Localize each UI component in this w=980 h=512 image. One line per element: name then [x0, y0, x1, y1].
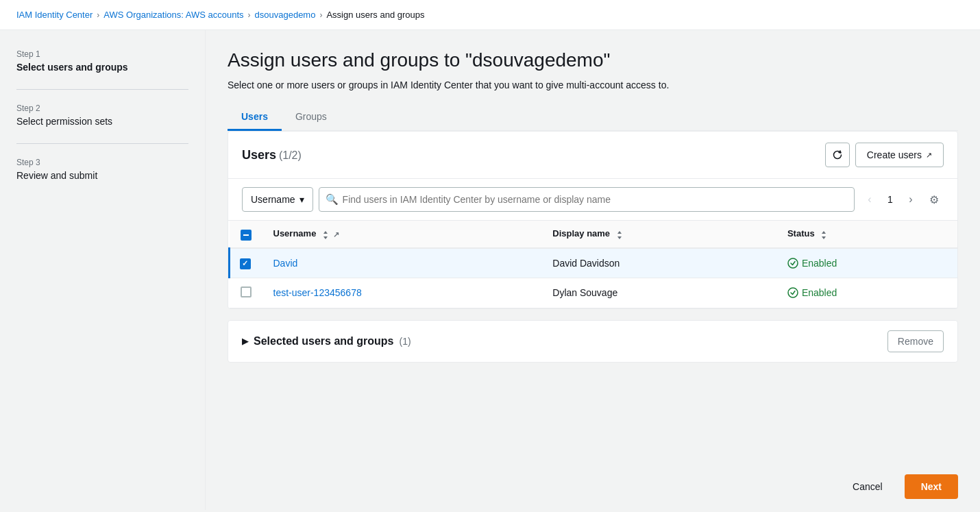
external-link-icon: ↗	[926, 151, 932, 160]
row-2-checkbox-cell	[230, 278, 262, 308]
row-2-display-name: Dylan Souvage	[541, 278, 776, 308]
breadcrumb-current: Assign users and groups	[326, 10, 424, 20]
refresh-button[interactable]	[825, 143, 850, 167]
svg-point-1	[788, 288, 798, 297]
page-title: Assign users and groups to "dsouvagedemo…	[228, 49, 958, 71]
search-wrapper: 🔍	[319, 187, 855, 212]
main-content: Assign users and groups to "dsouvagedemo…	[206, 30, 980, 463]
row-1-checkbox[interactable]	[240, 258, 251, 269]
prev-page-button[interactable]: ‹	[860, 190, 879, 209]
row-1-status: Enabled	[776, 248, 957, 278]
breadcrumb-sep-2: ›	[248, 10, 251, 20]
row-1-username-link[interactable]: David	[273, 258, 298, 269]
row-2-username: test-user-123456678	[262, 278, 542, 308]
content-area: Assign users and groups to "dsouvagedemo…	[206, 30, 980, 510]
header-username[interactable]: Username ↗	[262, 221, 542, 248]
row-2-checkbox[interactable]	[241, 287, 252, 297]
username-sort-icon	[321, 230, 332, 238]
table-row: David David Davidson Enabled	[230, 248, 958, 278]
page-description: Select one or more users or groups in IA…	[228, 80, 958, 90]
page-number: 1	[883, 194, 897, 205]
breadcrumb-iam[interactable]: IAM Identity Center	[16, 10, 93, 20]
breadcrumb-orgs[interactable]: AWS Organizations: AWS accounts	[103, 10, 243, 20]
panel-title-area: Users (1/2)	[242, 148, 302, 162]
search-icon: 🔍	[326, 193, 339, 206]
step-2: Step 2 Select permission sets	[16, 103, 188, 127]
svg-point-0	[788, 258, 798, 268]
selected-panel-header: ▶ Selected users and groups (1) Remove	[228, 321, 957, 362]
table-row: test-user-123456678 Dylan Souvage Enable…	[230, 278, 958, 308]
step-1: Step 1 Select users and groups	[16, 49, 188, 73]
row-2-username-link[interactable]: test-user-123456678	[273, 287, 362, 298]
selected-panel: ▶ Selected users and groups (1) Remove	[228, 320, 958, 363]
panel-count: (1/2)	[279, 149, 302, 161]
selected-panel-count: (1)	[400, 336, 411, 347]
step-3: Step 3 Review and submit	[16, 158, 188, 181]
cancel-button[interactable]: Cancel	[839, 474, 896, 499]
step-2-number: Step 2	[16, 103, 188, 113]
tab-users[interactable]: Users	[228, 104, 282, 131]
breadcrumb-sep-1: ›	[97, 10, 99, 20]
table-header: Username ↗ Display name	[230, 221, 958, 248]
status-sort-icon	[820, 230, 828, 238]
breadcrumb: IAM Identity Center › AWS Organizations:…	[0, 0, 980, 30]
panel-header: Users (1/2) Create users ↗	[228, 132, 957, 179]
step-3-title: Review and submit	[16, 170, 188, 181]
table-body: David David Davidson Enabled	[230, 248, 958, 308]
filter-button[interactable]: Username ▾	[242, 187, 313, 212]
search-input[interactable]	[319, 187, 855, 212]
step-2-title: Select permission sets	[16, 116, 188, 127]
username-external-icon: ↗	[333, 230, 339, 239]
enabled-icon-2	[787, 287, 798, 298]
row-1-status-badge: Enabled	[787, 258, 946, 269]
next-page-button[interactable]: ›	[901, 190, 920, 209]
sidebar: Step 1 Select users and groups Step 2 Se…	[0, 30, 206, 510]
row-1-username: David	[262, 248, 542, 278]
main-layout: Step 1 Select users and groups Step 2 Se…	[0, 30, 980, 510]
remove-button[interactable]: Remove	[887, 330, 944, 352]
header-checkbox-cell	[230, 221, 262, 248]
step-3-number: Step 3	[16, 158, 188, 167]
breadcrumb-sep-3: ›	[319, 10, 322, 20]
row-1-checkbox-cell	[230, 248, 262, 278]
header-display-name[interactable]: Display name	[541, 221, 776, 248]
breadcrumb-demo[interactable]: dsouvagedemo	[255, 10, 316, 20]
header-status[interactable]: Status	[776, 221, 957, 248]
search-row: Username ▾ 🔍 ‹ 1 › ⚙	[228, 179, 957, 221]
selected-panel-title-text: Selected users and groups	[254, 335, 394, 348]
tab-bar: Users Groups	[228, 104, 958, 131]
panel-actions: Create users ↗	[825, 143, 944, 167]
panel-title: Users	[242, 148, 276, 162]
enabled-icon	[787, 258, 798, 269]
step-1-number: Step 1	[16, 49, 188, 59]
row-2-status-badge: Enabled	[787, 287, 946, 298]
display-name-sort-icon	[615, 230, 624, 238]
settings-button[interactable]: ⚙	[924, 190, 944, 209]
users-table: Username ↗ Display name	[228, 221, 957, 308]
tab-groups[interactable]: Groups	[282, 104, 341, 131]
next-button[interactable]: Next	[905, 474, 958, 499]
users-panel: Users (1/2) Create users ↗	[228, 131, 958, 309]
step-1-title: Select users and groups	[16, 62, 188, 73]
row-1-display-name: David Davidson	[541, 248, 776, 278]
selected-panel-toggle[interactable]: ▶ Selected users and groups (1)	[242, 335, 411, 348]
expand-icon: ▶	[242, 337, 248, 346]
header-checkbox[interactable]	[241, 230, 252, 241]
create-users-button[interactable]: Create users ↗	[855, 143, 944, 167]
dropdown-icon: ▾	[299, 194, 304, 205]
row-2-status: Enabled	[776, 278, 957, 308]
pagination-controls: ‹ 1 › ⚙	[860, 190, 944, 209]
footer: Cancel Next	[206, 463, 980, 510]
